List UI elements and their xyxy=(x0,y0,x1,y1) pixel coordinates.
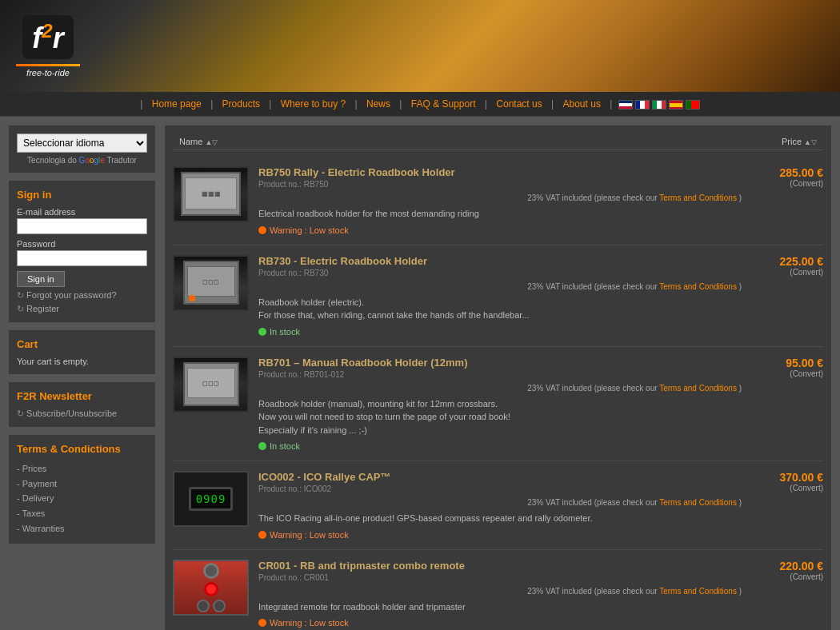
sort-price[interactable]: Price ▲▽ xyxy=(782,137,817,146)
flag-es[interactable] xyxy=(669,100,683,110)
stock-dot xyxy=(258,442,266,450)
product-price: 95.00 € xyxy=(751,357,823,369)
product-convert[interactable]: (Convert) xyxy=(751,369,823,378)
cart-title: Cart xyxy=(17,338,147,350)
navigation: | Home page | Products | Where to buy ? … xyxy=(0,92,840,117)
nav-faq[interactable]: FAQ & Support xyxy=(405,98,482,110)
product-thumbnail-ico002[interactable]: 0909 xyxy=(173,471,249,527)
flag-pt[interactable] xyxy=(686,100,700,110)
terms-warranties-link[interactable]: Warranties xyxy=(22,524,65,533)
product-number: Product no.: ICO002 xyxy=(258,484,742,493)
register-link[interactable]: Register xyxy=(17,304,147,314)
product-item: ◻◻◻ RB730 - Electric Roadbook Holder Pro… xyxy=(173,245,823,347)
terms-link[interactable]: Terms and Conditions xyxy=(659,587,737,596)
stock-text: Warning : Low stock xyxy=(270,225,349,235)
product-description: Electrical roadbook holder for the most … xyxy=(258,207,742,221)
flag-icons xyxy=(618,100,700,110)
product-item: CR001 - RB and tripmaster combo remote P… xyxy=(173,550,823,631)
terms-prices-link[interactable]: Prices xyxy=(22,464,47,473)
signin-button[interactable]: Sign in xyxy=(17,271,65,287)
email-label: E-mail address xyxy=(17,207,147,217)
flag-it[interactable] xyxy=(652,100,666,110)
terms-payment: Payment xyxy=(17,476,147,492)
product-convert[interactable]: (Convert) xyxy=(751,179,823,188)
newsletter-link[interactable]: Subscribe/Unsubscribe xyxy=(17,409,147,419)
nav-news[interactable]: News xyxy=(360,98,397,110)
flag-uk[interactable] xyxy=(618,100,633,110)
terms-warranties: Warranties xyxy=(17,521,147,536)
product-thumbnail-rb701[interactable]: ◻◻◻ xyxy=(173,357,249,413)
sort-header: Name ▲▽ Price ▲▽ xyxy=(173,134,823,150)
product-info-cr001: CR001 - RB and tripmaster combo remote P… xyxy=(258,560,742,628)
terms-delivery-link[interactable]: Delivery xyxy=(22,493,54,503)
terms-link[interactable]: Terms and Conditions xyxy=(659,498,737,507)
nav-sep: | xyxy=(140,98,142,110)
terms-link[interactable]: Terms and Conditions xyxy=(659,384,737,393)
product-name[interactable]: ICO002 - ICO Rallye CAP™ xyxy=(258,471,742,483)
google-translate-label: Tecnologia do Google Tradutor xyxy=(17,156,147,165)
product-convert[interactable]: (Convert) xyxy=(751,484,823,492)
stock-status: In stock xyxy=(258,327,742,337)
nav-where-to-buy[interactable]: Where to buy ? xyxy=(274,98,352,110)
product-info-rb701: RB701 – Manual Roadbook Holder (12mm) Pr… xyxy=(258,357,742,452)
terms-payment-link[interactable]: Payment xyxy=(22,479,57,488)
logo-box: f2r xyxy=(22,15,73,59)
product-price-area: 370.00 € (Convert) xyxy=(751,471,823,492)
terms-link[interactable]: Terms and Conditions xyxy=(659,193,737,202)
language-selector-box: Seleccionar idioma Tecnologia do Google … xyxy=(8,125,156,173)
product-convert[interactable]: (Convert) xyxy=(751,268,823,277)
product-number: Product no.: CR001 xyxy=(258,573,742,582)
nav-homepage[interactable]: Home page xyxy=(146,98,208,110)
terms-taxes-link[interactable]: Taxes xyxy=(22,508,46,518)
nav-products[interactable]: Products xyxy=(216,98,266,110)
product-convert[interactable]: (Convert) xyxy=(751,572,823,581)
stock-status: In stock xyxy=(258,441,742,451)
product-list: Name ▲▽ Price ▲▽ ▦▦▦ RB750 Rally - Elect… xyxy=(164,125,832,630)
language-dropdown[interactable]: Seleccionar idioma xyxy=(17,134,147,153)
flag-fr[interactable] xyxy=(635,100,650,110)
product-container: ▦▦▦ RB750 Rally - Electric Roadbook Hold… xyxy=(173,157,823,630)
product-name[interactable]: CR001 - RB and tripmaster combo remote xyxy=(258,560,742,572)
sort-price-arrow: ▲▽ xyxy=(804,138,817,146)
nav-contact[interactable]: Contact us xyxy=(490,98,548,110)
newsletter-title: F2R Newsletter xyxy=(17,390,147,402)
terms-prices: Prices xyxy=(17,461,147,476)
terms-list: Prices Payment Delivery Taxes Warranties xyxy=(17,461,147,536)
nav-about[interactable]: About us xyxy=(557,98,607,110)
terms-box: Terms & Condictions Prices Payment Deliv… xyxy=(8,434,156,544)
header-background xyxy=(0,0,840,92)
product-number: Product no.: RB750 xyxy=(258,180,742,189)
cart-empty-text: Your cart is empty. xyxy=(17,357,147,366)
product-thumbnail-rb730[interactable]: ◻◻◻ xyxy=(173,255,249,311)
product-thumbnail-cr001[interactable] xyxy=(173,560,249,616)
logo-two: 2 xyxy=(42,20,52,42)
product-name[interactable]: RB750 Rally - Electric Roadbook Holder xyxy=(258,166,742,178)
signin-title: Sign in xyxy=(17,189,147,201)
sort-name[interactable]: Name ▲▽ xyxy=(179,137,218,146)
product-name[interactable]: RB730 - Electric Roadbook Holder xyxy=(258,255,742,267)
newsletter-box: F2R Newsletter Subscribe/Unsubscribe xyxy=(8,381,156,428)
product-vat: 23% VAT included (please check our Terms… xyxy=(258,384,742,393)
product-price: 225.00 € xyxy=(751,255,823,268)
product-vat: 23% VAT included (please check our Terms… xyxy=(258,587,742,596)
product-description: The ICO Racing all-in-one product! GPS-b… xyxy=(258,512,742,525)
product-vat: 23% VAT included (please check our Terms… xyxy=(258,282,742,291)
product-price: 370.00 € xyxy=(751,471,823,484)
terms-delivery: Delivery xyxy=(17,491,147,506)
stock-dot xyxy=(258,226,266,234)
terms-link[interactable]: Terms and Conditions xyxy=(659,282,737,291)
email-input[interactable] xyxy=(17,218,147,234)
product-description: Roadbook holder (electric).For those tha… xyxy=(258,296,742,322)
cart-box: Cart Your cart is empty. xyxy=(8,329,156,375)
product-price: 220.00 € xyxy=(751,560,823,572)
forgot-password-link[interactable]: Forgot your password? xyxy=(17,290,147,301)
password-input[interactable] xyxy=(17,250,147,266)
product-thumbnail-rb750[interactable]: ▦▦▦ xyxy=(173,166,249,222)
stock-text: In stock xyxy=(270,441,300,451)
terms-title: Terms & Condictions xyxy=(17,443,147,455)
product-name[interactable]: RB701 – Manual Roadbook Holder (12mm) xyxy=(258,357,742,369)
product-price-area: 220.00 € (Convert) xyxy=(751,560,823,581)
product-info-rb750: RB750 Rally - Electric Roadbook Holder P… xyxy=(258,166,742,235)
stock-text: In stock xyxy=(270,327,300,337)
product-number: Product no.: RB730 xyxy=(258,269,742,277)
